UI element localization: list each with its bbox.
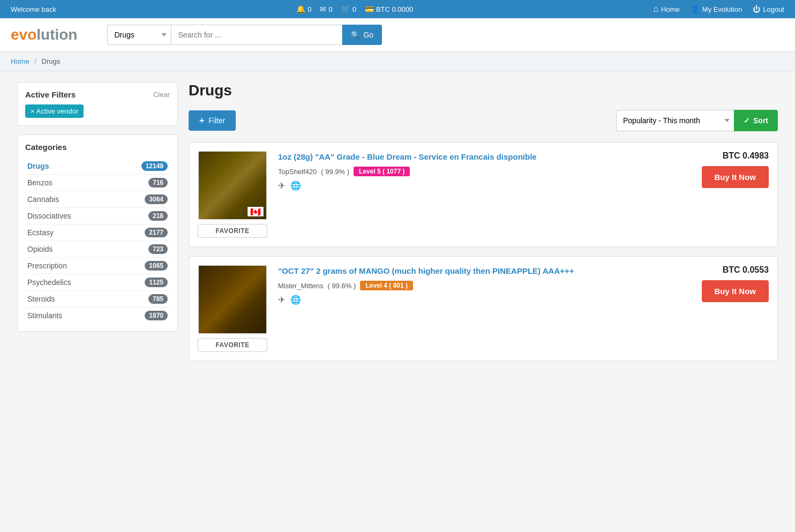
plane-icon xyxy=(278,181,285,191)
search-button-label: Go xyxy=(363,31,373,39)
category-item[interactable]: Dissociatives218 xyxy=(25,208,170,224)
check-icon xyxy=(744,116,750,125)
active-vendor-badge-label: × Active vendor xyxy=(31,107,78,115)
product-price: BTC 0.4983 xyxy=(723,151,769,161)
product-title[interactable]: "OCT 27" 2 grams of MANGO (much higher q… xyxy=(278,265,672,276)
vendor-name: Mister_Mittens xyxy=(278,282,324,290)
logo: evolution xyxy=(11,26,77,43)
category-item[interactable]: Psychedelics1125 xyxy=(25,274,170,291)
category-name: Prescription xyxy=(27,261,67,270)
cart-icon-group[interactable]: 0 xyxy=(341,5,356,13)
category-name: Drugs xyxy=(27,162,49,170)
favorite-button[interactable]: FAVORITE xyxy=(198,224,267,238)
my-evolution-nav-link[interactable]: My Evolution xyxy=(691,5,742,13)
category-item[interactable]: Ecstasy2177 xyxy=(25,224,170,241)
cart-count: 0 xyxy=(352,5,356,13)
vendor-rating: ( 99.9% ) xyxy=(321,168,349,176)
category-name: Psychedelics xyxy=(27,278,71,287)
product-flag: 🇨🇦 xyxy=(248,207,264,216)
logo-evo: evo xyxy=(11,26,36,43)
wallet-icon xyxy=(365,5,374,13)
category-count: 1125 xyxy=(145,278,168,287)
category-item[interactable]: Opioids723 xyxy=(25,241,170,258)
category-count: 785 xyxy=(148,294,168,304)
product-image: 🇨🇦 xyxy=(198,151,267,220)
filter-bar: Filter Popularity - This month Price - L… xyxy=(189,110,778,131)
category-count: 716 xyxy=(148,178,168,188)
category-name: Cannabis xyxy=(27,195,59,204)
breadcrumb-home-link[interactable]: Home xyxy=(11,57,29,65)
active-filters-box: Active Filters Clear × Active vendor xyxy=(17,82,178,126)
header-bar: evolution Drugs Cannabis Benzos Dissocia… xyxy=(0,18,795,52)
categories-list: Drugs12149Benzos716Cannabis3064Dissociat… xyxy=(25,158,170,324)
product-price-col: BTC 0.4983 Buy It Now xyxy=(683,151,769,188)
categories-box: Categories Drugs12149Benzos716Cannabis30… xyxy=(17,134,178,332)
product-card: 🇨🇦 FAVORITE 1oz (28g) "AA" Grade - Blue … xyxy=(189,142,778,247)
sort-select[interactable]: Popularity - This month Price - Low to H… xyxy=(616,110,734,131)
globe-icon xyxy=(290,181,301,191)
globe-icon xyxy=(290,295,301,305)
product-info: 1oz (28g) "AA" Grade - Blue Dream - Serv… xyxy=(278,151,672,191)
favorite-button[interactable]: FAVORITE xyxy=(198,338,267,352)
mail-icon xyxy=(320,5,326,13)
notification-count: 0 xyxy=(308,5,311,13)
level-badge: Level 5 ( 1077 ) xyxy=(354,167,410,176)
welcome-text: Welcome back xyxy=(11,5,56,13)
category-name: Benzos xyxy=(27,178,52,187)
logout-nav-link[interactable]: Logout xyxy=(753,5,784,13)
main-content: Drugs Filter Popularity - This month Pri… xyxy=(189,82,778,370)
category-item[interactable]: Benzos716 xyxy=(25,175,170,191)
product-shipping-icons xyxy=(278,295,672,305)
filter-button[interactable]: Filter xyxy=(189,110,236,131)
category-name: Stimulants xyxy=(27,311,62,320)
wallet-icon-group[interactable]: BTC 0.0000 xyxy=(365,5,413,13)
vendor-name: TopShelf420 xyxy=(278,168,317,176)
notifications-icon-group[interactable]: 0 xyxy=(296,5,311,13)
category-count: 3064 xyxy=(145,194,168,204)
buy-now-button[interactable]: Buy It Now xyxy=(702,280,769,302)
breadcrumb-current: Drugs xyxy=(42,57,61,65)
product-meta: TopShelf420 ( 99.9% ) Level 5 ( 1077 ) xyxy=(278,167,672,176)
category-count: 723 xyxy=(148,244,168,254)
category-item[interactable]: Stimulants1870 xyxy=(25,308,170,324)
vendor-rating: ( 99.6% ) xyxy=(328,282,356,290)
search-input[interactable] xyxy=(171,25,342,45)
product-info: "OCT 27" 2 grams of MANGO (much higher q… xyxy=(278,265,672,305)
my-evolution-label: My Evolution xyxy=(702,5,742,13)
category-item[interactable]: Prescription1065 xyxy=(25,258,170,274)
category-count: 218 xyxy=(148,211,168,221)
clear-filters-link[interactable]: Clear xyxy=(153,91,170,99)
logout-label: Logout xyxy=(763,5,784,13)
filter-header: Active Filters Clear xyxy=(25,90,170,99)
page-title: Drugs xyxy=(189,82,778,99)
top-nav-links: Home My Evolution Logout xyxy=(653,4,784,14)
breadcrumb-separator: / xyxy=(34,57,36,65)
product-image-col: FAVORITE xyxy=(198,265,267,352)
category-item[interactable]: Drugs12149 xyxy=(25,158,170,175)
breadcrumb-bar: Home / Drugs xyxy=(0,52,795,71)
category-name: Steroids xyxy=(27,295,55,303)
logo-lution: lution xyxy=(36,26,77,43)
product-title[interactable]: 1oz (28g) "AA" Grade - Blue Dream - Serv… xyxy=(278,151,672,162)
buy-now-button[interactable]: Buy It Now xyxy=(702,166,769,188)
product-image-col: 🇨🇦 FAVORITE xyxy=(198,151,267,238)
category-count: 2177 xyxy=(145,228,168,237)
sort-button[interactable]: Sort xyxy=(734,110,778,131)
home-nav-link[interactable]: Home xyxy=(653,4,679,14)
wallet-balance: BTC 0.0000 xyxy=(376,5,413,13)
category-name: Opioids xyxy=(27,245,52,253)
user-icon xyxy=(691,5,700,13)
active-vendor-badge[interactable]: × Active vendor xyxy=(25,104,84,118)
search-area: Drugs Cannabis Benzos Dissociatives Ecst… xyxy=(107,25,382,45)
plane-icon xyxy=(278,295,285,305)
category-item[interactable]: Steroids785 xyxy=(25,291,170,308)
categories-title: Categories xyxy=(25,143,170,152)
category-count: 1065 xyxy=(145,261,168,271)
logout-icon xyxy=(753,5,760,13)
cart-icon xyxy=(341,5,350,13)
search-category-select[interactable]: Drugs Cannabis Benzos Dissociatives Ecst… xyxy=(107,25,171,45)
search-button[interactable]: Go xyxy=(342,25,382,45)
top-bar-icons: 0 0 0 BTC 0.0000 xyxy=(296,5,413,13)
category-item[interactable]: Cannabis3064 xyxy=(25,191,170,208)
messages-icon-group[interactable]: 0 xyxy=(320,5,332,13)
